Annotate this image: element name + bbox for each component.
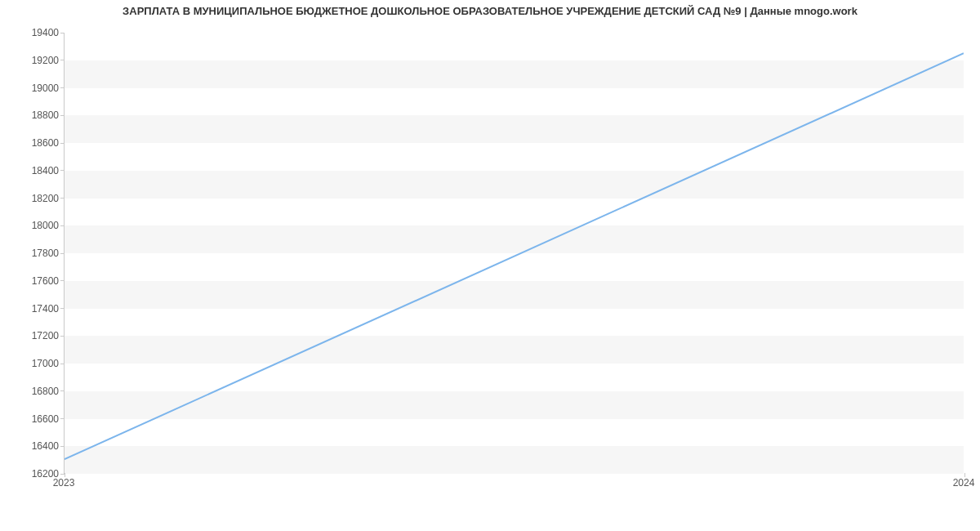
y-tick-mark — [60, 253, 65, 254]
y-tick-label: 17600 — [10, 275, 59, 287]
y-tick-mark — [60, 446, 65, 447]
y-tick-mark — [60, 198, 65, 199]
y-tick-label: 17800 — [10, 248, 59, 259]
y-tick-mark — [60, 364, 65, 364]
y-tick-mark — [60, 308, 65, 309]
y-tick-label: 17200 — [10, 330, 59, 341]
y-tick-mark — [60, 390, 65, 391]
y-tick-label: 18200 — [10, 193, 59, 204]
y-tick-label: 18600 — [10, 137, 59, 149]
y-tick-label: 16200 — [10, 468, 59, 480]
y-tick-mark — [60, 87, 65, 88]
plot-area[interactable] — [64, 33, 964, 474]
y-tick-label: 16800 — [10, 386, 59, 397]
y-tick-label: 18000 — [10, 220, 59, 231]
y-tick-mark — [60, 336, 65, 337]
y-tick-label: 16600 — [10, 413, 59, 425]
y-tick-mark — [60, 418, 65, 419]
x-tick-label: 2023 — [53, 477, 75, 489]
y-tick-label: 18800 — [10, 109, 59, 121]
chart-line-svg — [65, 33, 964, 473]
chart-title: ЗАРПЛАТА В МУНИЦИПАЛЬНОЕ БЮДЖЕТНОЕ ДОШКО… — [0, 5, 980, 17]
y-tick-label: 19200 — [10, 55, 59, 66]
y-tick-mark — [60, 115, 65, 116]
y-tick-mark — [60, 170, 65, 171]
y-tick-label: 16400 — [10, 440, 59, 452]
y-tick-mark — [60, 225, 65, 226]
y-tick-mark — [60, 143, 65, 144]
y-tick-label: 19000 — [10, 83, 59, 94]
y-tick-label: 17400 — [10, 303, 59, 315]
salary-line-chart: ЗАРПЛАТА В МУНИЦИПАЛЬНОЕ БЮДЖЕТНОЕ ДОШКО… — [0, 0, 980, 531]
x-tick-label: 2024 — [953, 477, 975, 489]
y-tick-mark — [60, 33, 65, 33]
y-tick-mark — [60, 280, 65, 281]
y-tick-label: 17000 — [10, 358, 59, 369]
y-tick-label: 19400 — [10, 27, 59, 38]
y-tick-label: 18400 — [10, 165, 59, 176]
y-tick-mark — [60, 60, 65, 60]
data-line — [65, 53, 964, 459]
